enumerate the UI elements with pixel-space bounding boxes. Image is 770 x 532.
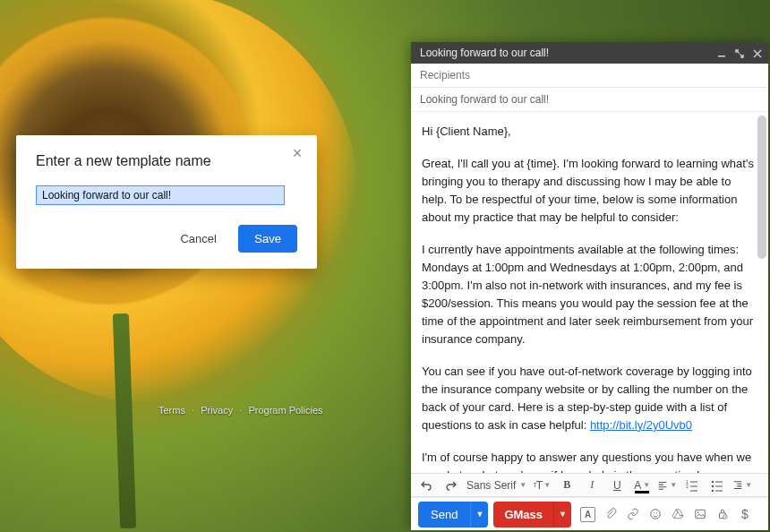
align-button[interactable]: ▼ [657, 476, 677, 495]
minimize-icon[interactable] [716, 48, 727, 59]
chevron-down-icon: ▼ [643, 481, 650, 489]
chevron-down-icon: ▼ [519, 481, 526, 489]
undo-icon[interactable] [416, 476, 436, 495]
body-greeting: Hi {Client Name}, [422, 123, 757, 141]
svg-point-10 [697, 512, 699, 514]
body-paragraph: I'm of course happy to answer any questi… [422, 449, 757, 473]
bulleted-list-button[interactable] [707, 476, 727, 495]
svg-point-4 [712, 485, 714, 486]
indent-button[interactable]: ▼ [732, 476, 752, 495]
gmass-button[interactable]: GMass [493, 502, 553, 528]
dialog-title: Enter a new template name [36, 153, 297, 169]
template-name-input[interactable] [36, 185, 285, 205]
insert-photo-icon[interactable] [693, 507, 707, 521]
gmass-options-button[interactable]: ▼ [553, 502, 571, 528]
body-paragraph: Great, I'll call you at {time}. I'm look… [422, 155, 757, 227]
footer-terms-link[interactable]: Terms [158, 405, 185, 416]
svg-point-5 [712, 489, 714, 491]
italic-button[interactable]: I [582, 476, 602, 495]
expand-icon[interactable] [734, 48, 745, 59]
font-size-select[interactable]: TT▼ [532, 476, 552, 495]
compose-window: Looking forward to our call! Recipients … [411, 42, 768, 530]
subject-field[interactable]: Looking forward to our call! [411, 88, 768, 112]
format-toolbar: Sans Serif▼ TT▼ B I U A▼ ▼ 12 ▼ [411, 473, 768, 498]
compose-title: Looking forward to our call! [420, 47, 549, 59]
more-options-icon[interactable]: ⋮ [763, 507, 770, 521]
bold-button[interactable]: B [557, 476, 577, 495]
text-color-button[interactable]: A▼ [632, 476, 652, 495]
recipients-field[interactable]: Recipients [411, 64, 768, 88]
text-format-icon[interactable]: A [580, 507, 595, 522]
svg-rect-0 [718, 56, 725, 57]
cancel-button[interactable]: Cancel [167, 225, 228, 253]
drive-icon[interactable] [671, 507, 685, 521]
compose-body[interactable]: Hi {Client Name}, Great, I'll call you a… [411, 112, 768, 473]
money-icon[interactable]: $ [738, 507, 752, 521]
send-options-button[interactable]: ▼ [470, 502, 488, 528]
footer-policies-link[interactable]: Program Policies [248, 405, 322, 416]
close-icon[interactable] [752, 48, 763, 59]
svg-text:2: 2 [686, 484, 689, 489]
redo-icon[interactable] [441, 476, 461, 495]
numbered-list-button[interactable]: 12 [682, 476, 702, 495]
save-button[interactable]: Save [238, 225, 297, 253]
guide-link[interactable]: http://bit.ly/2y0Uvb0 [590, 418, 692, 432]
svg-point-8 [656, 512, 657, 513]
underline-button[interactable]: U [607, 476, 627, 495]
body-paragraph: You can see if you have out-of-network c… [422, 363, 757, 434]
body-paragraph: I currently have appointments available … [422, 241, 757, 348]
attach-icon[interactable] [603, 507, 618, 521]
svg-point-6 [651, 510, 661, 519]
compose-header[interactable]: Looking forward to our call! [411, 42, 768, 64]
chevron-down-icon: ▼ [670, 481, 677, 489]
footer-privacy-link[interactable]: Privacy [201, 405, 233, 416]
send-button[interactable]: Send [418, 502, 470, 528]
template-name-dialog: × Enter a new template name Cancel Save [16, 135, 317, 269]
dialog-close-button[interactable]: × [287, 142, 308, 164]
chevron-down-icon: ▼ [745, 481, 752, 489]
scrollbar-thumb[interactable] [757, 116, 766, 259]
confidential-mode-icon[interactable] [715, 507, 730, 521]
emoji-icon[interactable] [648, 507, 663, 521]
link-icon[interactable] [626, 507, 640, 521]
svg-point-7 [654, 512, 654, 513]
compose-action-bar: Send ▼ GMass ▼ A [411, 497, 768, 530]
font-family-select[interactable]: Sans Serif▼ [466, 479, 526, 492]
chevron-down-icon: ▼ [543, 481, 551, 489]
svg-point-3 [712, 480, 714, 482]
footer-links: Terms · Privacy · Program Policies [157, 405, 325, 416]
